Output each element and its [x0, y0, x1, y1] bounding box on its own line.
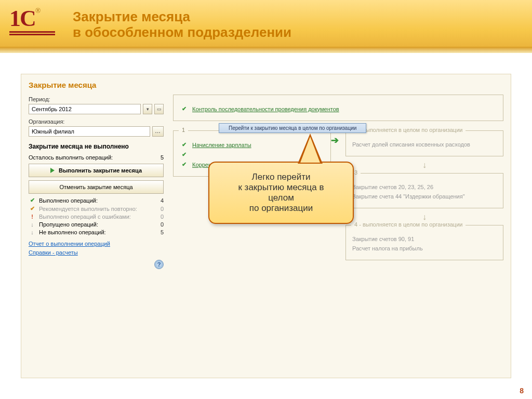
stat-line: ✔Выполнено операций:4	[29, 197, 164, 204]
logo-1c: 1C®	[9, 7, 55, 35]
op-link[interactable]: Закрытие счета 44 "Издержки обращения"	[352, 193, 465, 200]
status-icon: ↓	[29, 221, 36, 228]
arrow-down-icon: ↓	[345, 161, 503, 170]
op-link[interactable]: Закрытие счетов 20, 23, 25, 26	[352, 184, 433, 190]
op-link[interactable]: Начисление зарплаты	[192, 142, 251, 148]
period-stepper[interactable]: ▾	[143, 104, 152, 114]
stat-line: ✔Рекомендуется выполнить повторно:0	[29, 205, 164, 212]
op-link[interactable]: Закрытие счетов 90, 91	[352, 236, 414, 242]
stat-line: ↓Пропущено операций:0	[29, 221, 164, 228]
status-icon: ↓	[29, 229, 36, 235]
status-icon: !	[29, 214, 36, 220]
left-panel: Период: Сентябрь 2012 ▾ ▭ Организация: Ю…	[29, 95, 164, 269]
refs-link[interactable]: Справки - расчеты	[29, 249, 164, 256]
arrow-down-icon: ↓	[345, 212, 503, 222]
check-icon: ✔	[180, 141, 188, 148]
status-icon: ✔	[29, 197, 36, 204]
org-label: Организация:	[29, 118, 164, 125]
play-icon	[50, 168, 55, 173]
op-link[interactable]: Расчет долей списания косвенных расходов	[352, 141, 470, 148]
status-icon: ✔	[29, 205, 36, 212]
stat-line: !Выполнено операций с ошибками:0	[29, 214, 164, 220]
report-link[interactable]: Отчет о выполнении операций	[29, 241, 164, 247]
org-picker[interactable]: ...	[152, 126, 164, 137]
run-close-button[interactable]: Выполнить закрытие месяца	[29, 164, 164, 177]
help-icon[interactable]: ?	[154, 260, 164, 269]
org-field[interactable]: Южный филиал	[29, 126, 150, 137]
period-label: Период:	[29, 96, 164, 102]
period-field[interactable]: Сентябрь 2012	[29, 104, 141, 114]
check-icon: ✔	[180, 151, 188, 158]
cancel-close-button[interactable]: Отменить закрытие месяца	[29, 180, 164, 194]
op-link[interactable]: Контроль последовательности проведения д…	[192, 106, 339, 112]
status-heading: Закрытие месяца не выполнено	[29, 143, 164, 150]
slide-header: 1C® Закрытие месяца в обособленном подра…	[0, 0, 532, 50]
app-window: Закрытие месяца Период: Сентябрь 2012 ▾ …	[21, 74, 511, 378]
page-number: 8	[520, 387, 524, 395]
annotation-callout: Легко перейти к закрытию месяца в целом …	[208, 162, 354, 224]
stage-2-box: 2 - выполняется в целом по организации Р…	[345, 130, 503, 156]
arrow-right-icon: ➔	[331, 135, 339, 146]
check-icon: ✔	[180, 161, 188, 168]
check-icon: ✔	[180, 105, 188, 112]
period-picker[interactable]: ▭	[154, 104, 164, 114]
stage-3-box: 3 Закрытие счетов 20, 23, 25, 26 Закрыти…	[345, 173, 503, 208]
slide-title: Закрытие месяца в обособленном подраздел…	[73, 9, 532, 41]
app-title: Закрытие месяца	[29, 81, 503, 89]
context-menu-item[interactable]: Перейти к закрытию месяца в целом по орг…	[219, 123, 366, 133]
stage-4-box: 4 - выполняется в целом по организации З…	[345, 225, 503, 260]
stage-0-box: ✔Контроль последовательности проведения …	[173, 95, 503, 121]
op-link[interactable]: Расчет налога на прибыль	[352, 245, 423, 251]
remaining-line: Осталось выполнить операций:5	[29, 154, 164, 161]
stat-line: ↓Не выполнено операций:5	[29, 229, 164, 235]
